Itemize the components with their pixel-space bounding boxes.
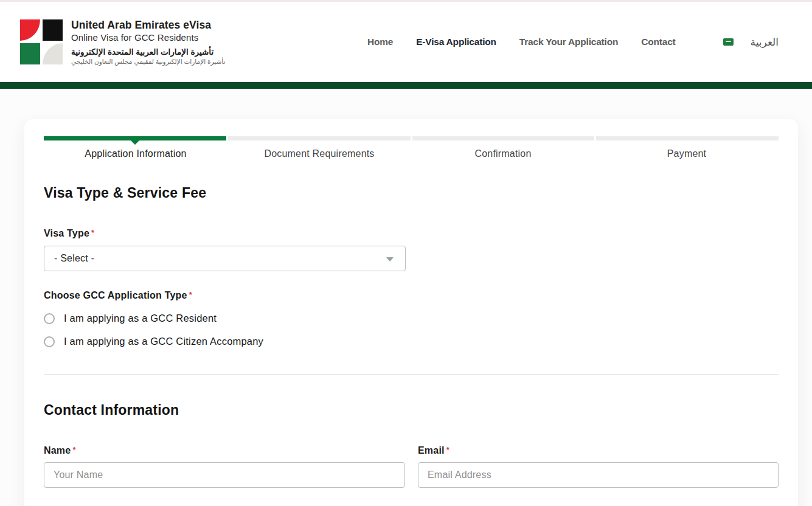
email-field-group: Email* [418,445,779,488]
step-confirmation[interactable]: Confirmation [411,148,595,159]
brand-logo-block[interactable]: United Arab Emirates eVisa Online Visa f… [20,19,225,65]
email-label: Email* [418,445,779,456]
visa-type-selected-value: - Select - [54,253,94,264]
flag-emblem [726,41,731,42]
application-card: Application Information Document Require… [24,119,798,506]
required-asterisk: * [72,445,75,454]
language-switcher: العربية [723,36,779,49]
radio-label: I am applying as a GCC Citizen Accompany [64,336,263,347]
brand-arabic-title: تأشيرة الإمارات العربية المتحدة الإلكترو… [71,47,225,57]
required-asterisk: * [91,228,94,237]
progress-segment-payment [596,136,779,140]
brand-title: United Arab Emirates eVisa [71,19,225,32]
gcc-application-type-label-text: Choose GCC Application Type [44,290,187,300]
step-application-information[interactable]: Application Information [44,148,227,159]
brand-subtitle: Online Visa for GCC Residents [71,32,225,43]
nav-item-evisa-application[interactable]: E-Visa Application [416,36,496,47]
logo-black-tile [43,19,63,41]
step-payment[interactable]: Payment [595,148,779,159]
header-green-bar [0,82,812,89]
progress-segment-confirmation [412,136,595,140]
main-nav: Home E-Visa Application Track Your Appli… [367,36,779,49]
visa-type-label-text: Visa Type [44,228,89,238]
contact-form-grid: Name* Email* [44,445,779,488]
name-label-text: Name [44,445,71,456]
step-labels: Application Information Document Require… [44,148,779,159]
gcc-application-type-label: Choose GCC Application Type* [44,290,779,301]
saudi-flag-icon[interactable] [723,38,734,46]
nav-item-contact[interactable]: Contact [641,36,675,47]
name-input[interactable] [44,462,405,488]
radio-option-gcc-citizen-accompany[interactable]: I am applying as a GCC Citizen Accompany [44,336,779,347]
uae-flag-logo-icon [20,19,63,64]
progress-track [44,136,779,140]
visa-type-select[interactable]: - Select - [44,246,406,271]
progress-segment-document-requirements [228,136,411,140]
nav-item-home[interactable]: Home [367,36,393,47]
chevron-down-icon [386,257,394,262]
radio-button-icon[interactable] [44,313,55,324]
logo-green-tile [20,43,40,64]
logo-beige-tile [43,43,63,64]
progress-caret-icon [131,140,139,145]
site-header: United Arab Emirates eVisa Online Visa f… [0,2,812,82]
brand-text: United Arab Emirates eVisa Online Visa f… [71,19,225,65]
radio-option-gcc-resident[interactable]: I am applying as a GCC Resident [44,313,779,324]
required-asterisk: * [189,290,192,299]
brand-arabic-subtitle: تأشيرة الإمارات الإلكترونية لمقيمي مجلس … [71,58,225,65]
visa-type-label: Visa Type* [44,228,779,239]
radio-button-icon[interactable] [44,336,55,347]
name-field-group: Name* [44,445,405,488]
progress-segment-application-information [44,136,226,140]
step-document-requirements[interactable]: Document Requirements [227,148,411,159]
radio-label: I am applying as a GCC Resident [64,313,217,324]
logo-red-tile [20,19,40,41]
email-input[interactable] [418,462,779,488]
email-label-text: Email [418,445,445,456]
contact-section-title: Contact Information [44,402,779,418]
section-divider [44,374,779,375]
nav-item-track-application[interactable]: Track Your Application [519,36,618,47]
language-link-arabic[interactable]: العربية [751,36,779,49]
required-asterisk: * [446,445,449,454]
visa-section-title: Visa Type & Service Fee [44,185,779,201]
name-label: Name* [44,445,405,456]
